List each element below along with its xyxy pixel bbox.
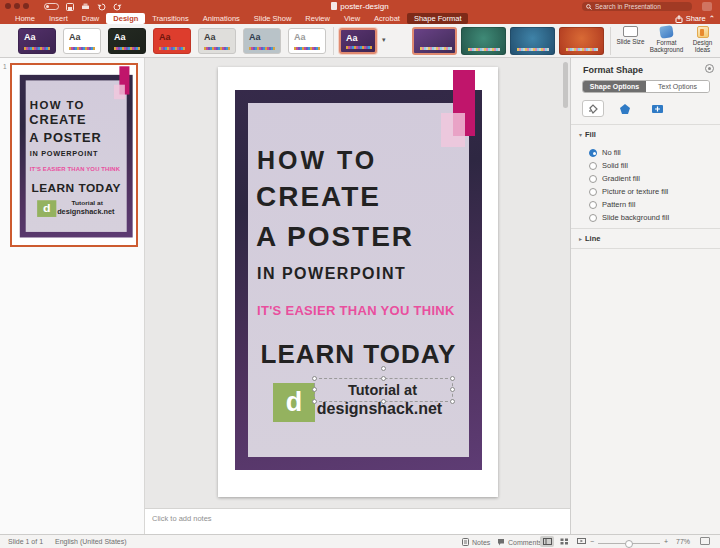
tab-insert[interactable]: Insert	[42, 13, 75, 24]
selection-handle[interactable]	[450, 376, 455, 381]
effects-icon-button[interactable]	[614, 100, 636, 117]
variant-thumbnail[interactable]	[510, 27, 555, 55]
tab-draw[interactable]: Draw	[75, 13, 107, 24]
variant-thumbnail[interactable]	[559, 27, 604, 55]
slide-sorter-view-button[interactable]	[557, 536, 571, 547]
current-theme-thumbnail[interactable]: Aa	[339, 28, 377, 54]
theme-colors-strip	[69, 47, 95, 50]
fill-option-pattern[interactable]: Pattern fill	[589, 200, 635, 209]
size-properties-icon-button[interactable]	[646, 100, 668, 117]
powerpoint-window: poster-design Search in Presentation Hom…	[0, 0, 720, 548]
tab-review[interactable]: Review	[298, 13, 337, 24]
theme-thumbnail[interactable]: Aa	[288, 28, 326, 54]
status-bar: Slide 1 of 1 English (United States) Not…	[0, 534, 720, 548]
zoom-percent[interactable]: 77%	[676, 538, 690, 545]
panel-settings-icon[interactable]	[705, 64, 714, 73]
zoom-slider-knob[interactable]	[625, 540, 633, 548]
search-input[interactable]: Search in Presentation	[582, 2, 692, 11]
search-icon	[586, 4, 592, 10]
account-icon[interactable]	[702, 2, 712, 11]
notes-pane[interactable]: Click to add notes	[145, 508, 570, 534]
poster-title-line3[interactable]: A POSTER	[256, 221, 414, 253]
selection-handle[interactable]	[450, 387, 455, 392]
variant-thumbnail[interactable]	[461, 27, 506, 55]
fill-option-no-fill[interactable]: No fill	[589, 148, 621, 157]
size-icon	[651, 103, 664, 115]
radio-icon	[589, 149, 597, 157]
selection-handle[interactable]	[312, 387, 317, 392]
designshack-logo[interactable]: d	[273, 383, 315, 422]
line-section-header[interactable]: ▸Line	[579, 234, 600, 243]
designshack-logo[interactable]: d	[37, 200, 56, 217]
poster-cta[interactable]: LEARN TODAY	[26, 181, 127, 194]
fill-option-picture-texture[interactable]: Picture or texture fill	[589, 187, 668, 196]
format-background-button[interactable]: Format Background	[649, 26, 684, 53]
slide[interactable]: HOW TO CREATE A POSTER IN POWERPOINT IT'…	[218, 67, 498, 497]
poster-cta[interactable]: LEARN TODAY	[248, 339, 469, 370]
slide-show-icon	[577, 538, 586, 545]
rotate-handle[interactable]	[381, 366, 386, 371]
zoom-slider[interactable]	[598, 543, 660, 544]
variant-thumbnail-selected[interactable]	[412, 27, 457, 55]
tab-view[interactable]: View	[337, 13, 367, 24]
slide-show-button[interactable]	[574, 536, 588, 547]
notes-button[interactable]: Notes	[462, 538, 490, 546]
comments-button[interactable]: Comments	[497, 538, 542, 546]
fill-option-slide-background[interactable]: Slide background fill	[589, 213, 669, 222]
fill-option-solid[interactable]: Solid fill	[589, 161, 628, 170]
slide-thumbnail-selected[interactable]: HOW TO CREATE A POSTER IN POWERPOINT IT'…	[10, 63, 138, 247]
poster-title-line1[interactable]: HOW TO	[257, 146, 377, 175]
poster-tagline[interactable]: IT'S EASIER THAN YOU THINK	[257, 303, 455, 318]
tab-shape-options[interactable]: Shape Options	[583, 81, 646, 92]
fill-line-icon-button[interactable]	[582, 100, 604, 117]
theme-gallery-more-icon[interactable]: ▾	[382, 36, 386, 44]
poster-title-line1[interactable]: HOW TO	[30, 99, 85, 111]
tab-home[interactable]: Home	[8, 13, 42, 24]
slide-size-button[interactable]: Slide Size	[613, 26, 648, 45]
fit-slide-button[interactable]	[700, 537, 710, 545]
theme-thumbnail[interactable]: Aa	[243, 28, 281, 54]
zoom-in-button[interactable]: +	[664, 538, 668, 545]
theme-thumbnail[interactable]: Aa	[108, 28, 146, 54]
selection-handle[interactable]	[312, 376, 317, 381]
theme-thumbnail[interactable]: Aa	[198, 28, 236, 54]
radio-icon	[589, 201, 597, 209]
tab-animations[interactable]: Animations	[196, 13, 247, 24]
tab-design[interactable]: Design	[106, 13, 145, 24]
tab-shape-format[interactable]: Shape Format	[407, 13, 469, 24]
selection-handle[interactable]	[450, 399, 455, 404]
title-bar: poster-design Search in Presentation	[0, 0, 720, 13]
poster-ribbon-light-shape[interactable]	[114, 85, 125, 100]
poster-title-line4[interactable]: IN POWERPOINT	[30, 150, 98, 158]
poster-title-line3[interactable]: A POSTER	[29, 131, 101, 145]
tab-transitions[interactable]: Transitions	[145, 13, 195, 24]
slide[interactable]: HOW TO CREATE A POSTER IN POWERPOINT IT'…	[12, 65, 138, 247]
credit-text-box[interactable]: Tutorial at designshack.net	[56, 199, 118, 215]
slide-thumbnail-panel: 1 HOW TO CREATE A POSTER IN POWERPOINT I…	[0, 58, 145, 534]
selection-handle[interactable]	[312, 399, 317, 404]
theme-thumbnail[interactable]: Aa	[153, 28, 191, 54]
tab-acrobat[interactable]: Acrobat	[367, 13, 407, 24]
selection-handle[interactable]	[381, 399, 386, 404]
poster-ribbon-light-shape[interactable]	[441, 113, 465, 147]
language-indicator[interactable]: English (United States)	[55, 538, 127, 545]
share-button[interactable]: Share	[686, 14, 706, 23]
theme-thumbnail[interactable]: Aa	[18, 28, 56, 54]
tab-slide-show[interactable]: Slide Show	[247, 13, 299, 24]
design-ideas-button[interactable]: Design Ideas	[685, 26, 720, 53]
zoom-out-button[interactable]: −	[590, 538, 594, 545]
normal-view-button[interactable]	[540, 536, 554, 547]
tab-text-options[interactable]: Text Options	[646, 81, 709, 92]
slide-sorter-icon	[560, 538, 569, 545]
poster-title-line2[interactable]: CREATE	[29, 114, 86, 128]
collapse-ribbon-icon[interactable]: ⌃	[709, 14, 715, 23]
canvas-scrollbar[interactable]	[563, 62, 568, 108]
selection-handle[interactable]	[381, 376, 386, 381]
fill-section-header[interactable]: ▾Fill	[579, 130, 596, 139]
poster-tagline[interactable]: IT'S EASIER THAN YOU THINK	[30, 166, 120, 172]
selection-box[interactable]	[314, 378, 453, 402]
theme-thumbnail[interactable]: Aa	[63, 28, 101, 54]
fill-option-gradient[interactable]: Gradient fill	[589, 174, 640, 183]
poster-title-line2[interactable]: CREATE	[256, 181, 381, 213]
poster-title-line4[interactable]: IN POWERPOINT	[257, 265, 406, 283]
